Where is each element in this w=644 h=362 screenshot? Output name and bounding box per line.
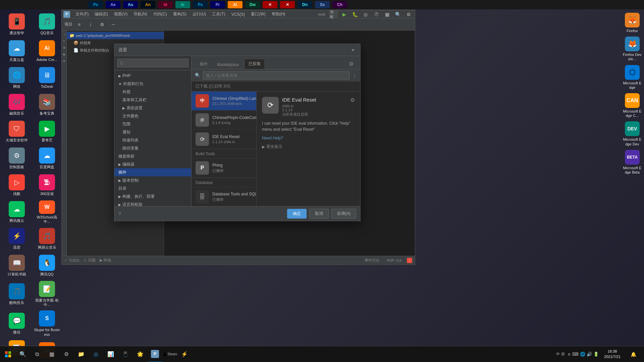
desktop-icon-qq[interactable]: 🐧 腾讯QQ — [32, 252, 62, 279]
desktop-icon-huocheng[interactable]: 🛡 火城安全软件 — [2, 118, 32, 145]
menu-run[interactable]: 运行(U) — [190, 11, 209, 18]
bottom-tab-terminal[interactable]: ▶ 终端 — [100, 258, 111, 263]
taskbar-clock[interactable]: 16:38 2021/7/21 — [601, 349, 623, 359]
settings-item-appearance[interactable]: 外观 — [114, 88, 191, 96]
desktop-icon-control-panel[interactable]: ⚙ 控制面板 — [2, 145, 32, 172]
desktop-icon-edge-canary[interactable]: CAN Microsoft Edge C... — [621, 92, 644, 120]
settings-item-lang-frameworks[interactable]: ▶ 语言和框架 — [114, 200, 191, 206]
tree-item-web[interactable]: 📁 web C:\phpstudy_pro\WWW\web — [67, 32, 164, 39]
dialog-help-button[interactable]: ? — [118, 211, 121, 217]
taskbar-unknown-a[interactable]: 📊 — [103, 346, 118, 362]
ime-zhong[interactable]: 中 — [556, 352, 560, 357]
menu-help[interactable]: 帮助(H) — [269, 11, 288, 18]
desktop-icon-computer-books[interactable]: 📖 计算机书籍 — [2, 252, 32, 279]
settings-search-input[interactable] — [117, 59, 189, 67]
app-icon-unknown1[interactable]: ✕ — [262, 0, 278, 9]
settings-item-notifications[interactable]: 通知 — [114, 128, 191, 136]
dialog-close-button[interactable]: × — [350, 47, 356, 53]
volume-icon[interactable]: 🔊 — [587, 352, 592, 357]
ime-pin[interactable]: 拼 — [561, 352, 565, 357]
desktop-icon-todesk[interactable]: 🖥 ToDesk — [32, 65, 62, 92]
taskbar-task-view[interactable]: ⧉ — [30, 346, 44, 362]
taskbar-unknown-c[interactable]: 🌟 — [133, 346, 148, 362]
desktop-icon-firefox[interactable]: 🦊 Firefox — [621, 11, 644, 35]
toolbar-filter[interactable]: ⚙ — [97, 20, 107, 29]
app-icon-illustrator[interactable]: Ai — [227, 0, 244, 9]
taskbar-electric[interactable]: ⚡ — [177, 346, 192, 362]
app-icon-audition[interactable]: Au — [122, 0, 139, 9]
taskbar-edge[interactable]: ◎ — [89, 346, 103, 362]
taskbar-search-button[interactable]: 🔍 — [16, 346, 30, 362]
desktop-icon-360[interactable]: 🗜 360压缩 — [32, 172, 62, 199]
app-icon-dreamweaver[interactable]: Dw — [244, 0, 261, 9]
toolbar-coverage[interactable]: ◎ — [361, 10, 370, 19]
tab-plugins[interactable]: 插件 — [196, 59, 212, 69]
desktop-icon-youku[interactable]: ▷ 优酷 — [2, 172, 32, 199]
settings-item-quick-lists[interactable]: 快速列表 — [114, 136, 191, 144]
desktop-icon-wechat[interactable]: 💬 微信 — [2, 309, 32, 338]
desktop-icon-baidu-cloud[interactable]: ☁ 百度网盘 — [32, 145, 62, 172]
desktop-icon-edge[interactable]: ⬡ Microsoft Edge — [621, 63, 644, 92]
plugin-more-button[interactable]: ⋮ — [352, 73, 357, 78]
up-arrow-icon[interactable]: ∧ — [568, 352, 571, 357]
menu-edit[interactable]: 编辑(E) — [92, 11, 111, 18]
strip-btn-1[interactable]: ◁ — [62, 32, 66, 37]
desktop-icon-xunlei[interactable]: ⚡ 迅雷 — [2, 226, 32, 252]
desktop-icon-netease[interactable]: 🎵 网易云音乐 — [32, 226, 62, 252]
settings-item-path-variables[interactable]: 路径变量 — [114, 144, 191, 152]
plugin-detail-change-notes[interactable]: ▶ 更改备注 — [262, 144, 355, 149]
app-icon-unknown2[interactable]: ✕ — [279, 0, 296, 9]
app-icon-incopy[interactable]: Ic — [174, 0, 191, 9]
taskbar-file-explorer[interactable]: 📁 — [74, 346, 89, 362]
app-icon-indesign[interactable]: Id — [157, 0, 174, 9]
toolbar-debug[interactable]: 🐛 — [350, 10, 360, 19]
settings-item-editor[interactable]: ▶ 编辑器 — [114, 160, 191, 168]
taskbar-steam[interactable]: ♟ Steam — [162, 346, 177, 362]
desktop-icon-tianyiyun[interactable]: ☁ 天翼云盘 — [2, 38, 32, 65]
desktop-icon-tongdazhihua[interactable]: 📱 通达智华 — [2, 11, 32, 38]
toolbar-add-config[interactable]: 添加配置... — [329, 10, 338, 19]
network-icon[interactable]: 🌐 — [580, 352, 585, 357]
desktop-icon-rongwo[interactable]: 🎶 融我音乐 — [2, 92, 32, 118]
taskbar-widgets[interactable]: ▦ — [44, 346, 59, 362]
app-icon-substance[interactable]: Ss — [314, 0, 331, 9]
tab-installed[interactable]: 已安装 — [244, 59, 265, 69]
app-icon-after-effects[interactable]: Ae — [105, 0, 121, 9]
tab-marketplace[interactable]: Marketplace — [213, 60, 243, 69]
toolbar-run[interactable]: ▶ — [339, 10, 349, 19]
tab-gear[interactable]: ⚙ — [346, 59, 356, 69]
menu-file[interactable]: 文件(F) — [73, 11, 91, 18]
toolbar-minimize[interactable]: ─ — [109, 20, 118, 29]
desktop-icon-firefox-dev[interactable]: 🦊 Firefox Develo... — [621, 35, 644, 63]
menu-navigate[interactable]: 导航(N) — [131, 11, 150, 18]
settings-item-scope[interactable]: 范围 — [114, 120, 191, 128]
app-icon-dimension[interactable]: Dn — [297, 0, 313, 9]
settings-item-vcs[interactable]: ▶ 版本控制 — [114, 176, 191, 184]
strip-btn-4[interactable]: ◉ — [62, 52, 66, 57]
taskbar-notification[interactable]: 🔔 — [626, 346, 641, 362]
toolbar-search[interactable]: 🔍 — [393, 10, 402, 19]
bottom-tab-todo[interactable]: ✓ TODO — [64, 258, 79, 262]
settings-item-menus-toolbars[interactable]: 菜单和工具栏 — [114, 96, 191, 104]
toolbar-settings[interactable]: ⚙ — [404, 10, 413, 19]
settings-item-build-exec-deploy[interactable]: ▶ 构建、执行、部署 — [114, 192, 191, 200]
desktop-icon-network[interactable]: 🌐 网络 — [2, 65, 32, 92]
plugin-detail-need-help[interactable]: Need Help? — [262, 136, 355, 140]
strip-btn-2[interactable]: ≡ — [62, 39, 66, 43]
desktop-icon-beikaobao[interactable]: 📚 备考宝典 — [32, 92, 62, 118]
strip-btn-5[interactable]: ★ — [62, 59, 66, 63]
settings-item-keymap[interactable]: 键盘映射 — [114, 152, 191, 160]
toolbar-sort[interactable]: ↕ — [86, 20, 95, 29]
plugin-detail-gear-button[interactable]: ⚙ — [350, 97, 355, 103]
toolbar-collapse[interactable]: ≡ — [74, 20, 84, 29]
app-icon-character-animator[interactable]: Ch — [331, 0, 348, 9]
app-icon-photoshop[interactable]: Ps — [87, 0, 104, 9]
desktop-icon-w3school[interactable]: W W3School高中... — [32, 199, 62, 226]
desktop-icon-skype[interactable]: S Skype for Business — [32, 309, 62, 338]
dialog-cancel-button[interactable]: 取消 — [309, 209, 329, 219]
menu-tools[interactable]: 工具(T) — [209, 11, 228, 18]
desktop-icon-xueba-junior[interactable]: 📝 我要当学霸-初中... — [32, 279, 62, 309]
desktop-icon-kugou[interactable]: 🎵 酷狗音乐 — [2, 279, 32, 309]
app-icon-photoshop-2[interactable]: Ps — [192, 0, 209, 9]
settings-item-php[interactable]: ▶ PHP — [114, 72, 191, 80]
